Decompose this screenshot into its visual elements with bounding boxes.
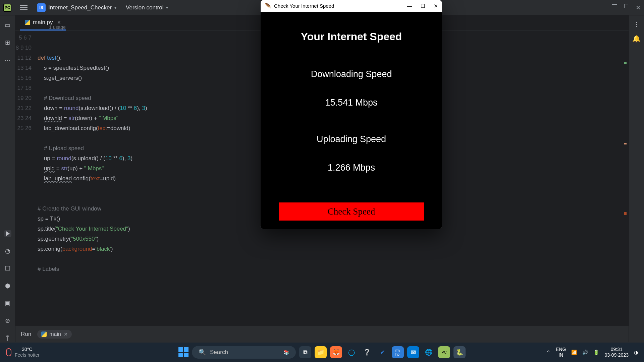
thermometer-icon (6, 348, 11, 356)
run-tool-window-header: Run main ✕ (15, 326, 629, 342)
search-placeholder: Search (210, 349, 228, 356)
taskbar-search[interactable]: 🔍 Search 📚 (192, 346, 296, 359)
kebab-menu-icon[interactable] (636, 22, 637, 27)
volume-icon[interactable]: 🔊 (582, 350, 588, 355)
tk-title-bar[interactable]: 🪶 Check Your Internet Speed — ☐ ✕ (261, 0, 442, 12)
problems-icon[interactable]: ⊘ (4, 317, 11, 324)
tk-download-value: 15.541 Mbps (325, 98, 377, 108)
services-icon[interactable]: ⬢ (4, 282, 11, 290)
hamburger-menu-icon[interactable] (20, 5, 28, 10)
tk-minimize-icon[interactable]: — (407, 3, 412, 9)
search-art-icon: 📚 (283, 350, 289, 355)
todo-icon[interactable]: ✔ (376, 346, 388, 358)
tk-window-title: Check Your Internet Speed (274, 3, 334, 9)
tk-header: Your Internet Speed (301, 31, 402, 43)
tray-chevron-icon[interactable]: ⌃ (546, 350, 550, 355)
tk-app-window: 🪶 Check Your Internet Speed — ☐ ✕ Your I… (261, 0, 442, 229)
notification-center-icon[interactable]: ◑ (634, 350, 638, 355)
language-indicator[interactable]: ENG IN (556, 347, 566, 358)
python-taskbar-icon[interactable]: 🐍 (453, 346, 466, 358)
structure-icon[interactable]: ⊞ (4, 39, 11, 46)
weather-condition: Feels hotter (15, 352, 40, 358)
php-icon[interactable]: myhp (392, 346, 404, 358)
tk-upload-value: 1.266 Mbps (328, 163, 375, 173)
tk-body: Your Internet Speed Downloading Speed 15… (261, 12, 442, 229)
python-console-icon[interactable]: ◔ (4, 247, 11, 255)
tk-download-label: Downloading Speed (311, 69, 392, 79)
battery-icon[interactable]: 🔋 (593, 350, 599, 355)
folder-icon[interactable]: ▭ (4, 21, 11, 29)
python-file-icon (41, 331, 47, 337)
version-control-menu[interactable]: Version control (126, 4, 163, 11)
run-button[interactable] (4, 230, 11, 237)
packages-icon[interactable]: ❒ (4, 265, 11, 272)
terminal-icon[interactable]: ▣ (4, 300, 11, 307)
more-horiz-icon[interactable]: ⋯ (4, 56, 11, 64)
usage-hint[interactable]: 1 usage (49, 22, 66, 32)
firefox-icon[interactable]: 🦊 (330, 346, 342, 358)
explorer-icon[interactable]: 📁 (315, 346, 327, 358)
vcs-icon[interactable]: ᛘ (4, 335, 11, 342)
pycharm-taskbar-icon[interactable]: PC (438, 346, 450, 358)
cortana-icon[interactable]: ◯ (345, 346, 358, 358)
right-tool-strip: 🔔 (629, 15, 644, 342)
start-button[interactable] (178, 347, 189, 357)
play-icon (6, 231, 10, 236)
wifi-icon[interactable]: 📶 (571, 350, 577, 355)
project-badge[interactable]: IS (37, 3, 46, 12)
chrome-icon[interactable]: 🌐 (423, 346, 435, 358)
tk-upload-label: Uploading Speed (317, 134, 386, 144)
help-icon[interactable]: ❔ (361, 346, 373, 358)
search-icon: 🔍 (199, 349, 206, 356)
ide-maximize-icon[interactable] (624, 4, 628, 8)
run-panel-title[interactable]: Run (21, 331, 31, 338)
tk-maximize-icon[interactable]: ☐ (421, 3, 425, 9)
windows-taskbar: 30°C Feels hotter 🔍 Search 📚 ⧉ 📁 🦊 ◯ ❔ ✔… (0, 343, 644, 362)
python-file-icon (25, 20, 30, 25)
pycharm-icon: PC (3, 4, 11, 12)
run-config-tab[interactable]: main ✕ (37, 330, 72, 339)
project-name[interactable]: Internet_Speed_Checker (48, 4, 112, 11)
chevron-down-icon[interactable]: ▾ (114, 5, 116, 10)
notifications-icon[interactable]: 🔔 (632, 35, 641, 43)
weather-widget[interactable]: 30°C Feels hotter (6, 347, 40, 358)
run-tab-label: main (49, 331, 61, 337)
tk-feather-icon: 🪶 (265, 3, 271, 9)
clock[interactable]: 09:31 03-09-2023 (604, 347, 629, 358)
close-icon[interactable]: ✕ (64, 331, 68, 337)
editor-minimap[interactable] (621, 34, 628, 322)
check-speed-button[interactable]: Check Speed (279, 202, 424, 221)
left-tool-strip: ▭ ⊞ ⋯ ◔ ❒ ⬢ ▣ ⊘ ᛘ (0, 15, 15, 342)
mail-icon[interactable]: ✉ (407, 346, 419, 358)
tk-close-icon[interactable]: ✕ (434, 3, 438, 9)
weather-temp: 30°C (22, 347, 32, 352)
line-numbers: 5 6 7 8 9 10 11 12 13 14 15 16 17 18 19 … (15, 31, 38, 326)
ide-minimize-icon[interactable] (612, 4, 617, 5)
chevron-down-icon[interactable]: ▾ (166, 5, 168, 10)
ide-close-icon[interactable]: ✕ (636, 4, 641, 11)
task-view-icon[interactable]: ⧉ (299, 346, 311, 358)
